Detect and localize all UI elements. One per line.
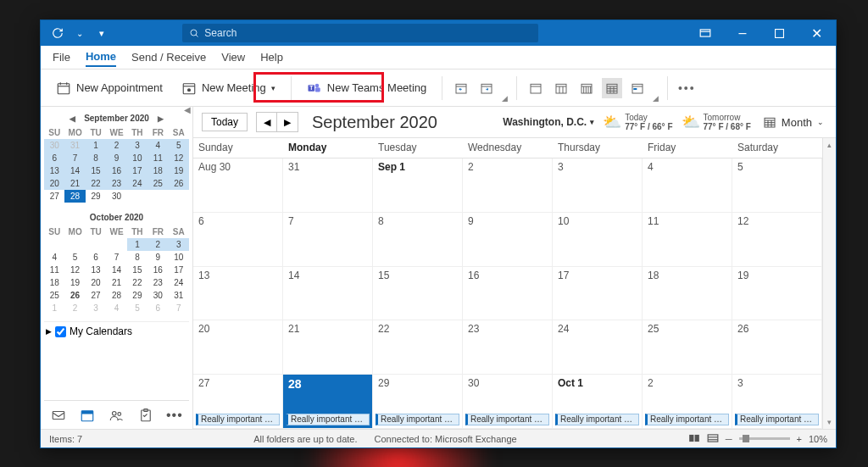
mini-cal-day[interactable]: 30 [44,139,64,152]
maximize-button[interactable] [761,20,798,46]
tab-file[interactable]: File [53,48,70,66]
day-view-button[interactable] [526,78,546,98]
mini-cal-day[interactable]: 6 [44,152,64,164]
calendar-cell[interactable]: 27Really important m... [193,375,283,429]
mini-cal-day[interactable]: 24 [169,276,189,289]
mini-cal-day[interactable]: 3 [86,302,106,314]
mini-cal-day[interactable]: 23 [106,177,126,190]
mini-cal-day[interactable]: 5 [64,251,85,264]
mini-cal-day[interactable]: 11 [147,152,168,164]
calendar-cell[interactable]: 12 [732,213,822,267]
mini-cal-day[interactable]: 11 [44,264,64,276]
calendar-event-chip[interactable]: Really important m... [735,414,819,425]
calendar-cell[interactable]: 25 [643,320,732,375]
mini-cal-day[interactable]: 29 [127,289,147,302]
calendar-cell[interactable]: 7 [283,213,373,267]
search-input[interactable]: Search [182,24,538,42]
ribbon-small-button-2[interactable] [476,78,497,98]
calendar-cell[interactable]: 3 [553,158,643,213]
mini-cal-day[interactable]: 9 [106,152,126,164]
calendar-cell[interactable]: 17 [553,267,643,321]
mini-cal-day[interactable]: 30 [106,190,126,203]
calendar-cell[interactable]: 26 [732,320,822,375]
mini-cal-day[interactable]: 16 [106,164,126,177]
mini-cal-day[interactable]: 15 [127,264,147,276]
mini-cal-day[interactable]: 23 [147,276,168,289]
calendar-cell[interactable]: 24 [553,320,643,375]
tab-view[interactable]: View [221,48,245,66]
calendar-cell[interactable]: 11 [643,213,732,267]
tab-send-receive[interactable]: Send / Receive [131,48,206,66]
mini-cal-day[interactable]: 13 [44,164,64,177]
mini-cal-day[interactable]: 18 [44,276,64,289]
calendar-cell[interactable]: 23 [463,320,553,375]
mini-cal-day[interactable]: 14 [64,164,85,177]
mini-cal-day[interactable]: 22 [127,276,147,289]
mini-cal-day[interactable]: 1 [86,139,106,152]
calendar-cell[interactable]: 20 [193,320,283,375]
zoom-slider[interactable] [739,437,790,440]
my-calendars-checkbox[interactable] [55,326,66,337]
mini-cal-day[interactable]: 24 [127,177,147,190]
mini-cal-day[interactable]: 25 [44,289,64,302]
calendar-cell[interactable]: 16 [463,267,553,321]
mini-cal-day[interactable]: 4 [106,302,126,314]
mini-cal-day[interactable]: 27 [44,190,64,203]
vertical-scrollbar[interactable]: ▴ ▾ [822,138,836,429]
mini-cal-day[interactable]: 4 [44,251,64,264]
calendar-cell[interactable]: 8 [373,213,463,267]
calendar-cell[interactable]: Oct 1Really important m... [553,375,643,429]
mini-cal-day[interactable]: 17 [127,164,147,177]
mini-cal-day[interactable]: 2 [147,238,168,251]
week-view-button[interactable] [576,78,597,98]
mini-cal-prev-button[interactable]: ◀ [66,114,79,123]
weather-today[interactable]: ⛅ Today 77° F / 66° F [603,113,672,131]
my-calendars-toggle[interactable]: ▶ My Calendars [44,321,189,341]
mini-cal-day[interactable]: 29 [86,190,106,203]
mini-cal-day[interactable]: 3 [127,139,147,152]
mini-cal-day[interactable]: 20 [86,276,106,289]
calendar-cell[interactable]: 4 [643,158,732,213]
tab-help[interactable]: Help [260,48,283,66]
undo-icon[interactable]: ⌄ [73,26,86,40]
mini-cal-day[interactable]: 17 [169,264,189,276]
collapse-sidebar-icon[interactable]: ◀ [184,105,191,114]
calendar-cell[interactable]: 10 [553,213,643,267]
schedule-view-button[interactable] [627,78,648,98]
calendar-cell[interactable]: 30Really important m... [463,375,553,429]
mini-cal-day[interactable]: 31 [169,289,189,302]
workweek-view-button[interactable] [551,78,571,98]
view-reading-icon[interactable] [707,433,719,445]
calendar-cell[interactable]: 29Really important m... [373,375,463,429]
zoom-in-icon[interactable]: + [797,434,802,444]
mini-cal-day[interactable]: 19 [64,276,85,289]
ribbon-overflow-button[interactable]: ••• [676,78,697,98]
mini-cal-day[interactable]: 7 [106,251,126,264]
mini-cal-day[interactable]: 2 [64,302,85,314]
mini-cal-day[interactable]: 21 [64,177,85,190]
mini-cal-day[interactable]: 6 [147,302,168,314]
calendar-event-chip[interactable]: Really important m... [196,414,280,425]
mini-cal-day[interactable]: 2 [106,139,126,152]
mini-cal-day[interactable]: 7 [169,302,189,314]
mini-cal-day[interactable]: 12 [64,264,85,276]
mini-cal-day[interactable]: 10 [127,152,147,164]
mini-cal-day[interactable]: 1 [127,238,147,251]
mini-cal-day[interactable]: 8 [127,251,147,264]
tab-home[interactable]: Home [86,47,116,67]
mini-cal-day[interactable]: 4 [147,139,168,152]
calendar-cell[interactable]: 6 [193,213,283,267]
mini-cal-day[interactable]: 21 [106,276,126,289]
mail-nav-icon[interactable] [48,405,69,425]
calendar-cell[interactable]: 14 [283,267,373,321]
scroll-down-icon[interactable]: ▾ [823,415,836,429]
weather-tomorrow[interactable]: ⛅ Tomorrow 77° F / 68° F [682,113,751,131]
calendar-nav-icon[interactable] [77,405,97,425]
mini-cal-day[interactable]: 5 [127,302,147,314]
mini-cal-day[interactable]: 10 [169,251,189,264]
dialog-launcher-icon-1[interactable]: ◢ [502,94,508,103]
calendar-cell[interactable]: 28Really important m... [283,375,373,429]
mini-cal-day[interactable]: 20 [44,177,64,190]
mini-cal-day[interactable]: 8 [86,152,106,164]
weather-location[interactable]: Washington, D.C. ▾ [503,116,594,128]
